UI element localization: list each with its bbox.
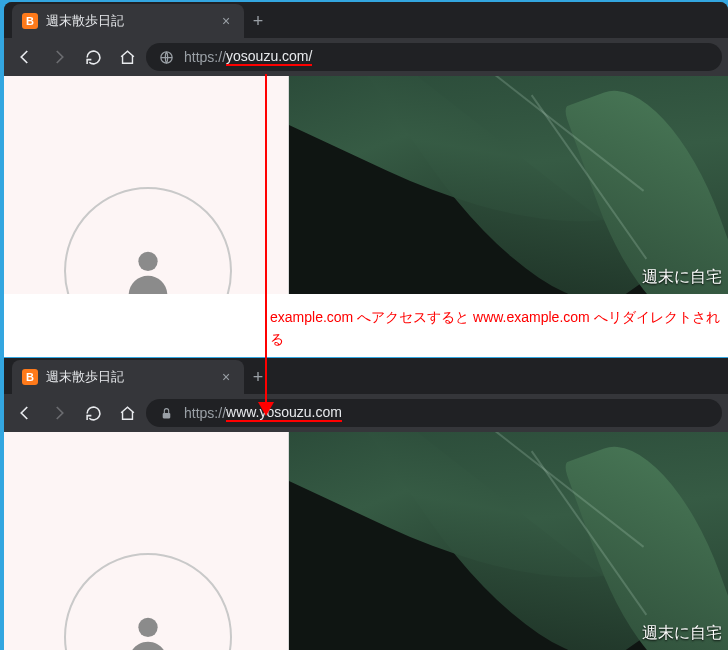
svg-point-3 <box>138 618 157 637</box>
url-host: www.yosouzu.com <box>226 404 342 422</box>
person-icon <box>119 608 177 650</box>
address-bar[interactable]: https://yosouzu.com/ <box>146 43 722 71</box>
browser-window-before: B 週末散歩日記 × + https://yosouzu.com/ <box>4 2 728 294</box>
forward-button[interactable] <box>44 42 74 72</box>
browser-tab[interactable]: B 週末散歩日記 × <box>12 360 244 394</box>
browser-window-after: B 週末散歩日記 × + https://www.yosouzu.com <box>4 358 728 650</box>
tab-strip: B 週末散歩日記 × + <box>4 2 728 38</box>
tab-close-icon[interactable]: × <box>218 13 234 29</box>
person-icon <box>119 242 177 294</box>
tab-strip: B 週末散歩日記 × + <box>4 358 728 394</box>
page-viewport: 週末に自宅 <box>4 432 728 650</box>
annotation-text: example.com へアクセスすると www.example.com へリダ… <box>270 307 720 350</box>
reload-button[interactable] <box>78 398 108 428</box>
blog-sidebar <box>4 432 289 650</box>
browser-toolbar: https://www.yosouzu.com <box>4 394 728 432</box>
profile-avatar <box>64 553 232 650</box>
back-button[interactable] <box>10 42 40 72</box>
blog-sidebar <box>4 76 289 294</box>
page-viewport: 週末に自宅 <box>4 76 728 294</box>
back-button[interactable] <box>10 398 40 428</box>
url-scheme: https:// <box>184 405 226 421</box>
url-host: yosouzu.com/ <box>226 48 312 66</box>
hero-caption: 週末に自宅 <box>642 623 722 644</box>
hero-image: 週末に自宅 <box>289 76 728 294</box>
hero-caption: 週末に自宅 <box>642 267 722 288</box>
lock-icon[interactable] <box>158 405 174 421</box>
tab-close-icon[interactable]: × <box>218 369 234 385</box>
svg-point-1 <box>138 252 157 271</box>
browser-tab[interactable]: B 週末散歩日記 × <box>12 4 244 38</box>
browser-toolbar: https://yosouzu.com/ <box>4 38 728 76</box>
hero-image: 週末に自宅 <box>289 432 728 650</box>
forward-button[interactable] <box>44 398 74 428</box>
url-scheme: https:// <box>184 49 226 65</box>
svg-rect-2 <box>162 412 170 417</box>
address-bar[interactable]: https://www.yosouzu.com <box>146 399 722 427</box>
blogger-favicon-icon: B <box>22 369 38 385</box>
new-tab-button[interactable]: + <box>244 360 272 394</box>
redirect-arrow-head-icon <box>258 402 274 416</box>
site-info-icon[interactable] <box>158 49 174 65</box>
profile-avatar <box>64 187 232 294</box>
reload-button[interactable] <box>78 42 108 72</box>
home-button[interactable] <box>112 42 142 72</box>
tab-title: 週末散歩日記 <box>46 13 218 30</box>
tab-title: 週末散歩日記 <box>46 369 218 386</box>
redirect-arrow-line <box>265 74 267 409</box>
new-tab-button[interactable]: + <box>244 4 272 38</box>
home-button[interactable] <box>112 398 142 428</box>
blogger-favicon-icon: B <box>22 13 38 29</box>
